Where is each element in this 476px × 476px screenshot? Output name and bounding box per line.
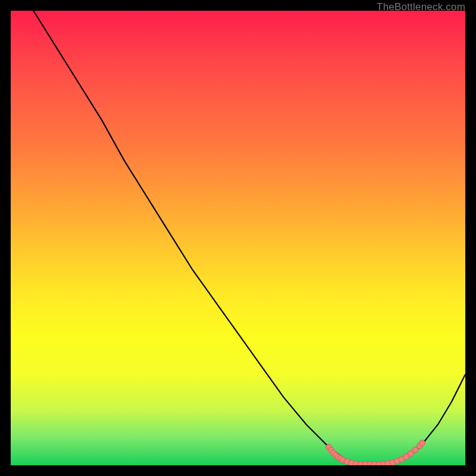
chart-plot-area [11, 11, 465, 465]
marker-point [419, 440, 425, 446]
chart-svg [11, 11, 465, 465]
bottleneck-curve [11, 11, 465, 465]
bottleneck-sweet-spot-markers [326, 440, 425, 465]
attribution-text: TheBottleneck.com [377, 1, 465, 13]
chart-frame: TheBottleneck.com [0, 0, 476, 476]
